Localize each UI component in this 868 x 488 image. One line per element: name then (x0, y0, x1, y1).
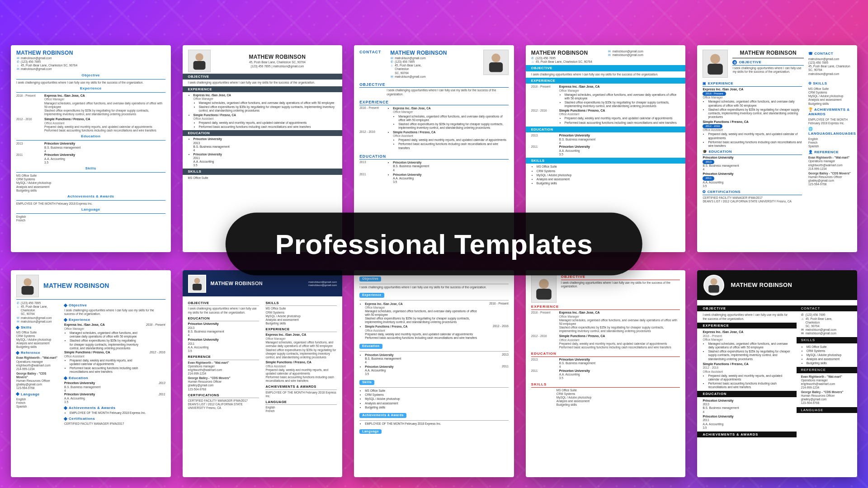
section-experience: EXPERIENCE (697, 323, 796, 328)
section-education: EDUCATION (531, 352, 680, 357)
medal-icon: ✪ (703, 190, 707, 194)
section-education: Education (16, 134, 165, 139)
globe-icon: 🌐 (808, 127, 813, 131)
diamond-icon (64, 376, 67, 380)
avatar (703, 50, 728, 78)
email-icon: ✉ (16, 56, 19, 60)
email-icon: ✉ (16, 67, 19, 71)
section-experience: EXPERIENCE (183, 86, 343, 92)
location-icon: ⌂ (801, 317, 804, 321)
name: MATHEW ROBINSON (390, 50, 479, 56)
section-education: EDUCATION (697, 391, 796, 397)
avatar (531, 275, 557, 303)
section-reference: REFERENCE (797, 367, 857, 373)
resume-template-1[interactable]: MATHEW ROBINSON ✉matrobison@gmail.com ✆(… (11, 45, 171, 252)
section-awards: Achievements & Awards (359, 413, 406, 418)
section-contact: CONTACT (359, 50, 386, 55)
section-objective: OBJECTIVE (697, 305, 796, 311)
title-badge: Professional Templates (226, 213, 642, 276)
resume-template-6[interactable]: MATHEW ROBINSON ✆(123) 456 7895 ⌂45, Pos… (11, 270, 171, 477)
section-experience: EXPERIENCE (531, 305, 680, 310)
section-contact: CONTACT (797, 305, 857, 311)
diamond-icon (16, 392, 19, 396)
avatar (16, 275, 39, 297)
section-language: Language (359, 429, 382, 434)
section-language: LANGUAGE (797, 407, 857, 413)
section-experience: EXPERIENCE (265, 327, 337, 332)
resume-template-9[interactable]: OBJECTIVE I seek challenging opportuniti… (526, 270, 686, 477)
section-education: Education (359, 344, 382, 349)
phone-icon: ✆ (16, 301, 19, 305)
section-objective: OBJECTIVE (526, 65, 686, 71)
diamond-icon (16, 325, 19, 329)
location-icon: ⌂ (390, 64, 393, 67)
section-objective: OBJECTIVE (183, 74, 343, 80)
location-icon: ⌂ (16, 305, 19, 309)
objective-icon: ◎ (732, 60, 737, 65)
section-experience: ▣ EXPERIENCE (703, 81, 802, 87)
section-objective: OBJECTIVE (188, 301, 259, 306)
name: MATHEW ROBINSON (732, 50, 804, 56)
section-education: EDUCATION (359, 154, 509, 160)
phone-icon: ✆ (16, 60, 19, 64)
section-skills: Skills (359, 380, 374, 385)
avatar (703, 275, 724, 296)
location-icon: ⌂ (16, 64, 19, 67)
section-awards: Achievements & Awards (16, 194, 165, 199)
section-education: 🎓 EDUCATION (703, 150, 802, 155)
name: MATHEW ROBINSON (211, 281, 304, 287)
name: MATHEW ROBINSON (531, 50, 604, 56)
phone-icon: ✆ (390, 60, 393, 64)
email-icon: ✉ (608, 53, 611, 57)
avatar (188, 275, 206, 293)
name: MATHEW ROBINSON (218, 54, 337, 61)
section-education: EDUCATION (183, 130, 343, 136)
section-objective: Objective (359, 277, 381, 282)
resume-template-5[interactable]: MATHEW ROBINSON ◎OBJECTIVE I seek challe… (697, 45, 857, 252)
resume-template-7[interactable]: MATHEW ROBINSON matrobison@gmail.com mat… (183, 270, 343, 477)
gear-icon: ⚙ (808, 81, 813, 85)
phone-icon: ✆ (531, 56, 534, 60)
section-language: LANGUAGE (265, 400, 337, 405)
section-objective: Objective (16, 73, 165, 78)
email-icon: ✉ (16, 316, 19, 320)
email-icon: ✉ (608, 50, 611, 53)
section-skills: SKILLS (526, 158, 686, 164)
section-skills: SKILLS (531, 382, 680, 388)
avatar (483, 50, 509, 75)
diamond-icon (16, 351, 19, 355)
email-icon: ✉ (390, 56, 393, 60)
trophy-icon: 🏆 (808, 108, 814, 112)
section-reference: REFERENCE (188, 355, 259, 360)
section-language: Language (16, 207, 165, 212)
diamond-icon (64, 304, 67, 307)
email-icon: ✉ (16, 320, 19, 324)
section-education: EDUCATION (188, 316, 259, 321)
name: MATHEW ROBINSON (16, 50, 165, 56)
email-icon: ✉ (801, 332, 804, 335)
section-awards: ACHIEVEMENTS & AWARDS (697, 432, 796, 437)
section-certifications: CERTIFICATIONS (188, 393, 259, 398)
section-objective: OBJECTIVE (561, 275, 680, 280)
name: MATHEW ROBINSON (731, 282, 792, 289)
briefcase-icon: ▣ (703, 81, 708, 85)
section-objective: OBJECTIVE (359, 82, 509, 88)
section-awards: ACHIEVEMENTS & AWARDS (265, 385, 337, 389)
section-skills: SKILLS (183, 169, 343, 174)
section-experience: EXPERIENCE (526, 78, 686, 84)
phone-icon: ✆ (801, 313, 804, 317)
user-icon: 👤 (808, 150, 814, 154)
section-skills: SKILLS (265, 301, 337, 306)
email-icon: ✉ (390, 75, 393, 79)
resume-template-8[interactable]: Objective I seek challenging opportuniti… (354, 270, 514, 477)
contact-icon: ☎ (808, 52, 814, 56)
section-skills: SKILLS (797, 337, 857, 343)
graduation-icon: 🎓 (703, 150, 708, 154)
section-certifications: ✪ CERTIFICATIONS (703, 190, 802, 195)
section-experience: Experience (16, 86, 165, 91)
section-experience: Experience (359, 293, 384, 298)
location-icon: ⌂ (531, 60, 534, 64)
avatar (188, 50, 211, 72)
resume-template-10[interactable]: MATHEW ROBINSON OBJECTIVE I seek challen… (697, 270, 857, 477)
section-experience: EXPERIENCE (359, 100, 509, 106)
